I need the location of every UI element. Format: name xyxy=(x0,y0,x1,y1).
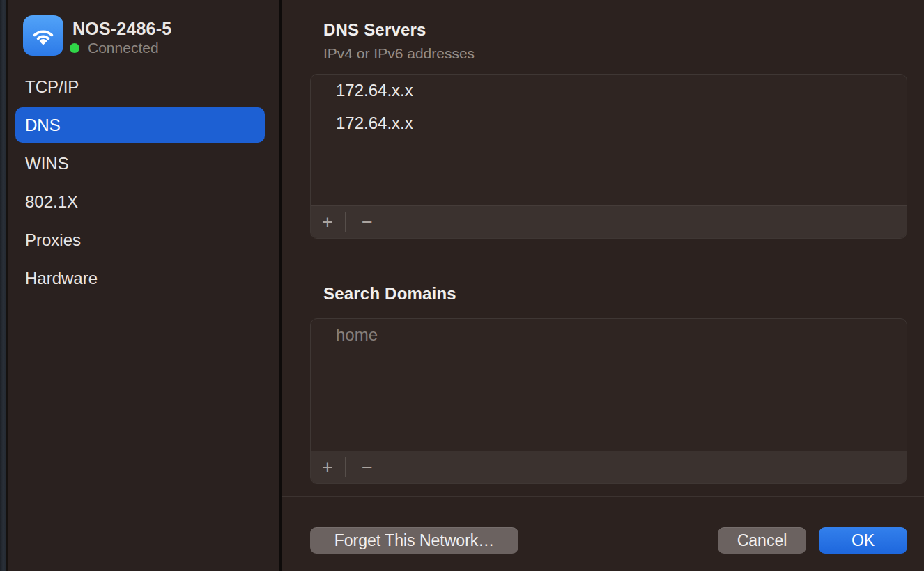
network-status: Connected xyxy=(70,40,159,56)
dns-server-value: 172.64.x.x xyxy=(336,81,413,100)
network-name: NOS-2486-5 xyxy=(72,19,171,39)
underlying-window-edge xyxy=(0,0,6,571)
dns-server-value: 172.64.x.x xyxy=(336,114,413,133)
network-header: NOS-2486-5 Connected xyxy=(8,0,279,66)
sidebar-item-tcpip[interactable]: TCP/IP xyxy=(8,68,279,106)
wifi-icon xyxy=(23,15,63,56)
search-domains-add-button[interactable]: + xyxy=(315,455,340,480)
sidebar-item-label: 802.1X xyxy=(25,192,78,212)
network-status-label: Connected xyxy=(88,40,159,56)
dns-servers-header: DNS Servers IPv4 or IPv6 addresses xyxy=(323,20,475,62)
sidebar-item-proxies[interactable]: Proxies xyxy=(8,221,279,259)
footer-divider xyxy=(282,496,924,497)
search-domain-entry[interactable]: home xyxy=(311,319,907,351)
search-domains-title: Search Domains xyxy=(323,284,456,304)
sidebar-item-label: Proxies xyxy=(25,230,81,250)
dns-server-entry[interactable]: 172.64.x.x xyxy=(311,107,907,139)
forget-network-button[interactable]: Forget This Network… xyxy=(310,527,518,554)
footer-separator xyxy=(345,457,346,477)
dns-servers-title: DNS Servers xyxy=(323,20,475,40)
search-domains-header: Search Domains xyxy=(323,284,456,304)
search-domains-list: home + − xyxy=(310,318,907,484)
search-domains-list-footer: + − xyxy=(311,451,907,483)
search-domains-remove-button[interactable]: − xyxy=(355,455,380,480)
dns-servers-list-footer: + − xyxy=(311,205,907,238)
dns-servers-list: 172.64.x.x 172.64.x.x + − xyxy=(310,74,907,239)
dns-remove-button[interactable]: − xyxy=(355,210,380,235)
dns-servers-list-body: 172.64.x.x 172.64.x.x xyxy=(311,75,907,205)
sidebar-item-label: DNS xyxy=(25,116,61,135)
cancel-button[interactable]: Cancel xyxy=(718,527,806,554)
sidebar-item-label: WINS xyxy=(25,154,69,173)
sidebar-item-label: Hardware xyxy=(25,269,98,288)
search-domains-list-body: home xyxy=(311,319,907,451)
dns-server-entry[interactable]: 172.64.x.x xyxy=(311,75,907,107)
ok-button[interactable]: OK xyxy=(819,527,907,554)
dns-add-button[interactable]: + xyxy=(315,210,340,235)
main-pane: DNS Servers IPv4 or IPv6 addresses 172.6… xyxy=(282,0,924,571)
search-domain-value: home xyxy=(336,325,378,345)
sidebar-item-label: TCP/IP xyxy=(25,77,79,97)
sidebar: NOS-2486-5 Connected TCP/IP DNS WINS 802… xyxy=(8,0,279,571)
sidebar-item-8021x[interactable]: 802.1X xyxy=(8,182,279,221)
dns-servers-subtitle: IPv4 or IPv6 addresses xyxy=(323,45,475,62)
sidebar-item-wins[interactable]: WINS xyxy=(8,144,279,182)
sidebar-item-dns[interactable]: DNS xyxy=(8,106,279,144)
sidebar-nav: TCP/IP DNS WINS 802.1X Proxies Hardware xyxy=(8,68,279,297)
footer-separator xyxy=(345,212,346,232)
connected-status-dot-icon xyxy=(70,43,79,53)
sidebar-item-hardware[interactable]: Hardware xyxy=(8,259,279,297)
